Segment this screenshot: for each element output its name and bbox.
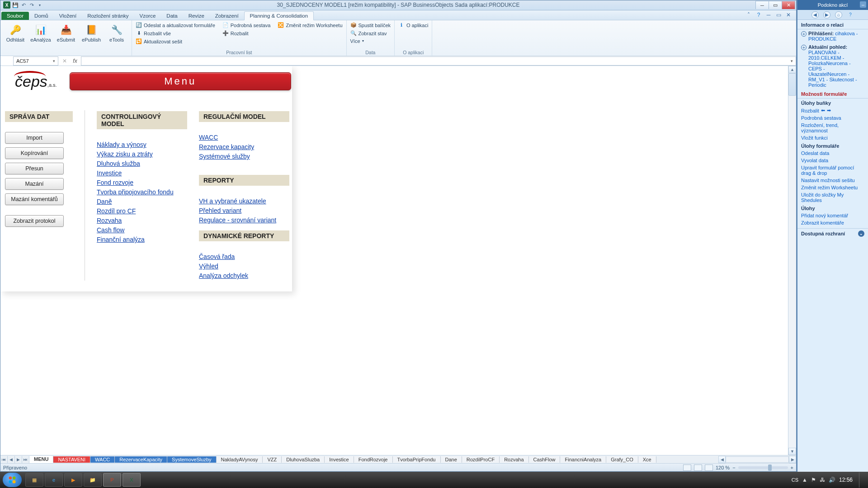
sheet-tab-vzz[interactable]: VZZ	[263, 456, 282, 463]
clock[interactable]: 12:56	[839, 477, 853, 483]
zoom-out-icon[interactable]: −	[732, 465, 735, 470]
copy-button[interactable]: Kopírování	[5, 147, 64, 159]
tab-formulas[interactable]: Vzorce	[134, 12, 161, 20]
link-investice[interactable]: Investice	[97, 169, 187, 178]
tab-nav-next-icon[interactable]: ▶	[15, 456, 22, 463]
sheet-tab-fondrozvoje[interactable]: FondRozvoje	[354, 456, 393, 463]
tab-home[interactable]: Domů	[29, 12, 54, 20]
tray-flag-icon[interactable]: ⚑	[811, 477, 816, 483]
task-powerpoint[interactable]: P	[103, 473, 121, 487]
workbook-minimize-icon[interactable]: ─	[765, 12, 772, 18]
expand-all-button[interactable]: ⬇Rozbalit vše	[136, 30, 215, 37]
ap-link-edit-dragdrop[interactable]: Upravit formulář pomocí drag & drop	[797, 164, 868, 177]
about-button[interactable]: ℹO aplikaci	[398, 22, 428, 29]
run-package-button[interactable]: 📦Spustit balíček	[350, 22, 391, 29]
import-button[interactable]: Import	[5, 132, 64, 144]
link-dane[interactable]: Daně	[97, 197, 187, 206]
link-rozdil-cf[interactable]: Rozdíl pro CF	[97, 206, 187, 216]
delete-button[interactable]: Mazání	[5, 178, 64, 190]
tab-view[interactable]: Zobrazení	[210, 12, 244, 20]
help-icon[interactable]: ?	[755, 12, 762, 18]
language-indicator[interactable]: CS	[792, 477, 798, 483]
tray-sound-icon[interactable]: 🔊	[829, 477, 835, 483]
ap-link-save-myschedules[interactable]: Uložit do složky My Shedules	[797, 191, 868, 204]
ribbon-minimize-icon[interactable]: ˄	[745, 12, 752, 18]
sheet-tab-grafyco[interactable]: Grafy_CO	[606, 456, 638, 463]
ap-view-value[interactable]: PLANOVANI - 2010.CELKEM - PolozkaNeurcen…	[808, 50, 857, 88]
tab-data[interactable]: Data	[161, 12, 183, 20]
eanalyza-button[interactable]: 📊 eAnalýza	[29, 22, 52, 42]
task-explorer[interactable]: ▦	[25, 473, 43, 487]
ap-link-workbook-options[interactable]: Nastavit možnosti sešitu	[797, 177, 868, 184]
tab-nav-prev-icon[interactable]: ◀	[8, 456, 15, 463]
change-worksheet-mode-button[interactable]: 🔀Změnit režim Worksheetu	[278, 22, 342, 29]
workbook-restore-icon[interactable]: ▭	[775, 12, 782, 18]
ap-link-show-comments[interactable]: Zobrazit komentáře	[797, 219, 868, 226]
esubmit-button[interactable]: 📥 eSubmit	[55, 22, 77, 42]
sheet-tab-systemove[interactable]: SystemoveSluzby	[167, 456, 216, 463]
detail-report-button[interactable]: 📄Podrobná sestava	[222, 22, 271, 29]
link-rozvaha[interactable]: Rozvaha	[97, 216, 187, 225]
sheet-tab-investice[interactable]: Investice	[325, 456, 354, 463]
ap-help-icon[interactable]: ?	[847, 11, 854, 19]
tab-pagelayout[interactable]: Rozložení stránky	[82, 12, 134, 20]
link-naklady-vynosy[interactable]: Náklady a výnosy	[97, 140, 187, 150]
etools-button[interactable]: 🔧 eTools	[105, 22, 128, 42]
view-normal-button[interactable]	[683, 465, 691, 471]
show-status-button[interactable]: 🔍Zobrazit stav	[350, 30, 391, 37]
link-vyhled[interactable]: Výhled	[199, 262, 289, 271]
task-app1[interactable]: 📁	[84, 473, 102, 487]
fx-icon[interactable]: fx	[69, 58, 81, 64]
horizontal-scrollbar[interactable]: ◀ ▶	[718, 456, 796, 463]
link-prehled-variant[interactable]: Přehled variant	[199, 206, 289, 216]
tab-review[interactable]: Revize	[183, 12, 210, 20]
tab-planning[interactable]: Planning & Consolidation	[244, 11, 314, 20]
epublish-button[interactable]: 📙 ePublish	[80, 22, 103, 42]
move-button[interactable]: Přesun	[5, 163, 64, 174]
show-log-button[interactable]: Zobrazit protokol	[5, 215, 64, 227]
namebox-dropdown-icon[interactable]: ▾	[53, 59, 55, 63]
sheet-tab-cashflow[interactable]: CashFlow	[529, 456, 561, 463]
worksheet-area[interactable]: čeps,a.s. Menu SPRÁVA DAT Import Kopírov…	[0, 66, 788, 455]
link-wacc[interactable]: WACC	[199, 133, 289, 142]
link-systemove-sluzby[interactable]: Systémové služby	[199, 152, 289, 161]
ap-link-layout-trend[interactable]: Rozložení, trend, významnost	[797, 122, 868, 134]
formula-input[interactable]	[81, 56, 788, 66]
ap-link-change-ws-mode[interactable]: Změnit režim Worksheetu	[797, 184, 868, 191]
scroll-down-icon[interactable]: ▼	[788, 448, 796, 455]
view-pagebreak-button[interactable]	[705, 465, 713, 471]
sheet-tab-nastaveni[interactable]: NASTAVENI	[53, 456, 90, 463]
task-ie[interactable]: e	[45, 473, 63, 487]
link-financni-analyza[interactable]: Finanční analýza	[97, 235, 187, 244]
sheet-tab-naklady[interactable]: NakladyAVynosy	[217, 456, 263, 463]
task-excel[interactable]: X	[123, 473, 141, 487]
ap-expand-login-icon[interactable]: +	[801, 31, 807, 37]
hscroll-left-icon[interactable]: ◀	[718, 456, 726, 463]
delete-comments-button[interactable]: Mazání komentářů	[5, 193, 64, 205]
ap-link-send-data[interactable]: Odeslat data	[797, 150, 868, 157]
sheet-tab-rezervace[interactable]: RezervaceKapacity	[115, 456, 167, 463]
link-regulace-srovnani[interactable]: Regulace - srovnání variant	[199, 216, 289, 225]
sheet-tab-menu[interactable]: MENU	[29, 456, 53, 463]
show-desktop-button[interactable]	[859, 472, 863, 488]
vertical-scrollbar[interactable]: ▲ ▼	[788, 66, 796, 455]
action-pane-minimize-icon[interactable]: –	[860, 1, 866, 8]
scroll-thumb[interactable]	[788, 73, 796, 96]
workbook-close-icon[interactable]: ✕	[785, 12, 792, 18]
tab-nav-first-icon[interactable]: ⏮	[0, 456, 8, 463]
link-vh-ukazatele[interactable]: VH a vybrané ukazatele	[199, 197, 289, 206]
start-button[interactable]	[3, 473, 22, 487]
ap-link-retrieve-data[interactable]: Vyvolat data	[797, 157, 868, 164]
link-casova-rada[interactable]: Časová řada	[199, 252, 289, 262]
logout-button[interactable]: 🔑 Odhlásit	[4, 22, 27, 42]
expand-button[interactable]: ➕Rozbalit	[222, 30, 271, 37]
link-rezervace-kapacity[interactable]: Rezervace kapacity	[199, 142, 289, 152]
link-fond-rozvoje[interactable]: Fond rozvoje	[97, 178, 187, 188]
link-tvorba-pripfondu[interactable]: Tvorba připojovacího fondu	[97, 188, 187, 197]
ap-forward-icon[interactable]: ▶	[823, 11, 830, 19]
sheet-tab-dluhova[interactable]: DluhovaSluzba	[282, 456, 325, 463]
link-dluhova-sluzba[interactable]: Dluhová služba	[97, 159, 187, 169]
ap-link-detail-report[interactable]: Podrobná sestava	[797, 114, 868, 122]
tray-network-icon[interactable]: 🖧	[820, 477, 825, 483]
link-vzz[interactable]: Výkaz zisku a ztráty	[97, 150, 187, 159]
